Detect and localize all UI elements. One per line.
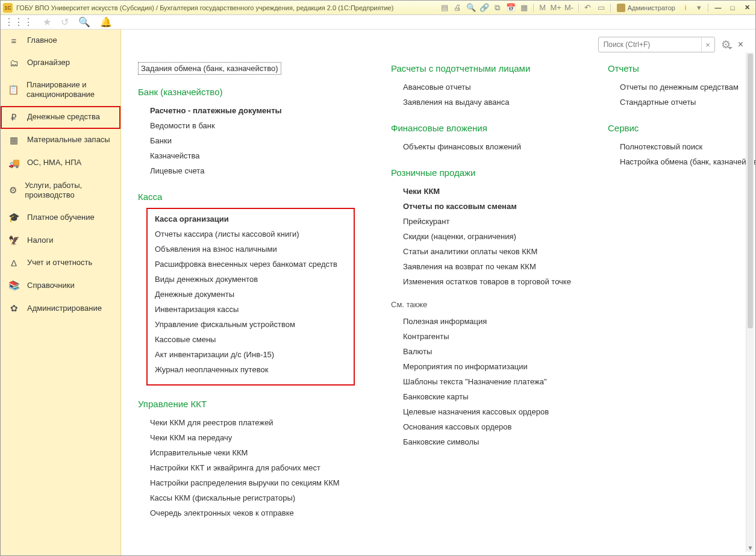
- list-item[interactable]: Целевые назначения кассовых ордеров: [403, 404, 572, 419]
- list-item[interactable]: Заявления на выдачу аванса: [403, 95, 572, 110]
- list-item[interactable]: Денежные документы: [155, 287, 350, 302]
- sidebar-item-education[interactable]: 🎓 Платное обучение: [1, 206, 120, 229]
- tool-print-icon[interactable]: 🖨: [452, 2, 463, 13]
- list-item[interactable]: Объявления на взнос наличными: [155, 242, 350, 257]
- favorite-star-icon[interactable]: ★: [43, 16, 51, 28]
- list-item[interactable]: Изменения остатков товаров в торговой то…: [403, 274, 572, 289]
- list-item[interactable]: Мероприятия по информатизации: [403, 359, 572, 374]
- sidebar-item-main[interactable]: ≡ Главное: [1, 30, 120, 52]
- history-icon[interactable]: ↺: [61, 16, 69, 28]
- list-item[interactable]: Банковские карты: [403, 389, 572, 404]
- section-kassa[interactable]: Касса: [138, 192, 355, 202]
- tool-link-icon[interactable]: 🔗: [479, 2, 490, 13]
- list-item[interactable]: Кассовые смены: [155, 332, 350, 347]
- section-service[interactable]: Сервис: [608, 123, 755, 133]
- list-item[interactable]: Контрагенты: [403, 329, 572, 344]
- sidebar-item-accounting[interactable]: Δ Учет и отчетность: [1, 252, 120, 274]
- tool-grid-icon[interactable]: ▦: [519, 2, 530, 13]
- exchange-tasks-link[interactable]: Задания обмена (банк, казначейство): [138, 62, 281, 75]
- section-reports[interactable]: Отчеты: [608, 63, 755, 73]
- panel-close-button[interactable]: ×: [737, 39, 745, 50]
- list-item[interactable]: Очередь электронных чеков к отправке: [150, 505, 355, 520]
- scroll-thumb[interactable]: [748, 54, 753, 328]
- list-item[interactable]: Прейскурант: [403, 214, 572, 229]
- list-item[interactable]: Касса организации: [155, 211, 350, 226]
- section-podotchet[interactable]: Расчеты с подотчетными лицами: [391, 63, 572, 73]
- sidebar-item-materials[interactable]: ▦ Материальные запасы: [1, 129, 120, 152]
- section-bank[interactable]: Банк (казначейство): [138, 87, 355, 97]
- window-maximize-button[interactable]: □: [726, 3, 739, 13]
- list-item[interactable]: Управление фискальным устройством: [155, 317, 350, 332]
- tool-back-icon[interactable]: ↶: [583, 2, 593, 13]
- list-item[interactable]: Настройка обмена (банк, казначейство): [620, 154, 755, 169]
- window-close-button[interactable]: ✕: [741, 3, 753, 13]
- list-item[interactable]: Основания кассовых ордеров: [403, 419, 572, 434]
- tool-tabs-icon[interactable]: ▭: [596, 2, 607, 13]
- search-icon[interactable]: 🔍: [78, 16, 90, 28]
- list-item[interactable]: Настройки ККТ и эквайринга для рабочих м…: [150, 460, 355, 475]
- list-item[interactable]: Расчетно - платежные документы: [150, 103, 355, 118]
- list-item[interactable]: Казначейства: [150, 148, 355, 163]
- settings-gear-icon[interactable]: ⚙: [721, 38, 731, 51]
- list-item[interactable]: Журнал неоплаченных путевок: [155, 362, 350, 377]
- section-retail[interactable]: Розничные продажи: [391, 167, 572, 178]
- list-item[interactable]: Банковские символы: [403, 434, 572, 449]
- search-box[interactable]: ×: [598, 37, 715, 52]
- list-item[interactable]: Валюты: [403, 344, 572, 359]
- sidebar-item-cash[interactable]: ₽ Денежные средства: [1, 106, 120, 129]
- list-item[interactable]: Полнотекстовый поиск: [620, 139, 755, 154]
- list-item[interactable]: Акт инвентаризации д/с (Инв-15): [155, 347, 350, 362]
- list-item[interactable]: Чеки ККМ: [403, 184, 572, 199]
- list-item[interactable]: Отчеты по денежным средствам: [620, 80, 755, 95]
- list-item[interactable]: Отчеты по кассовым сменам: [403, 199, 572, 214]
- calc-mplus-icon[interactable]: M+: [551, 2, 561, 13]
- sidebar-item-taxes[interactable]: 🦅 Налоги: [1, 229, 120, 252]
- list-item[interactable]: Статьи аналитики оплаты чеков ККМ: [403, 244, 572, 259]
- section-kkt[interactable]: Управление ККТ: [138, 399, 355, 409]
- list-item[interactable]: Расшифровка внесенных через банкомат сре…: [155, 257, 350, 272]
- list-item[interactable]: Шаблоны текста "Назначение платежа": [403, 374, 572, 389]
- sidebar-item-assets[interactable]: 🚚 ОС, НМА, НПА: [1, 152, 120, 175]
- info-icon[interactable]: i: [680, 2, 691, 13]
- dropdown-icon[interactable]: ▾: [693, 2, 704, 13]
- ruble-icon: ₽: [8, 112, 20, 123]
- list-item[interactable]: Исправительные чеки ККМ: [150, 445, 355, 460]
- tool-print-preview-icon[interactable]: ▤: [439, 2, 450, 13]
- window-minimize-button[interactable]: —: [712, 3, 724, 13]
- vertical-scrollbar[interactable]: ▲ ▼: [746, 52, 754, 552]
- tool-find-icon[interactable]: 🔍: [466, 2, 476, 13]
- list-item[interactable]: Чеки ККМ для реестров платежей: [150, 415, 355, 430]
- tool-compare-icon[interactable]: ⧉: [492, 2, 503, 13]
- list-item[interactable]: Скидки (наценки, ограничения): [403, 229, 572, 244]
- notifications-bell-icon[interactable]: 🔔: [100, 16, 112, 28]
- sidebar-item-planning[interactable]: 📋 Планирование и санкционирование: [1, 74, 120, 106]
- sidebar-item-administration[interactable]: ✿ Администрирование: [1, 297, 120, 320]
- list-item[interactable]: Полезная информация: [403, 314, 572, 329]
- list-item[interactable]: Стандартные отчеты: [620, 95, 755, 110]
- list-item[interactable]: Настройки распределения выручки по секци…: [150, 475, 355, 490]
- app-icon: 1C: [3, 3, 13, 13]
- list-item[interactable]: Объекты финансовых вложений: [403, 139, 572, 154]
- search-input[interactable]: [599, 40, 701, 49]
- scroll-down-icon[interactable]: ▼: [746, 543, 754, 552]
- search-clear-button[interactable]: ×: [701, 37, 714, 52]
- list-item[interactable]: Инвентаризация кассы: [155, 302, 350, 317]
- calc-mminus-icon[interactable]: M-: [564, 2, 575, 13]
- list-item[interactable]: Заявления на возврат по чекам ККМ: [403, 259, 572, 274]
- list-item[interactable]: Авансовые отчеты: [403, 80, 572, 95]
- list-item[interactable]: Лицевые счета: [150, 163, 355, 178]
- tool-calendar-icon[interactable]: 📅: [505, 2, 516, 13]
- calc-m-icon[interactable]: M: [537, 2, 548, 13]
- list-item[interactable]: Кассы ККМ (фискальные регистраторы): [150, 490, 355, 505]
- list-item[interactable]: Ведомости в банк: [150, 118, 355, 133]
- section-fin[interactable]: Финансовые вложения: [391, 123, 572, 133]
- current-user[interactable]: Администратор: [614, 4, 678, 12]
- sections-icon[interactable]: ⋮⋮⋮: [4, 16, 33, 28]
- list-item[interactable]: Виды денежных документов: [155, 272, 350, 287]
- list-item[interactable]: Банки: [150, 133, 355, 148]
- sidebar-item-organizer[interactable]: 🗂 Органайзер: [1, 52, 120, 74]
- list-item[interactable]: Отчеты кассира (листы кассовой книги): [155, 226, 350, 242]
- sidebar-item-services[interactable]: ⚙ Услуги, работы, производство: [1, 175, 120, 207]
- list-item[interactable]: Чеки ККМ на передачу: [150, 430, 355, 445]
- sidebar-item-references[interactable]: 📚 Справочники: [1, 274, 120, 297]
